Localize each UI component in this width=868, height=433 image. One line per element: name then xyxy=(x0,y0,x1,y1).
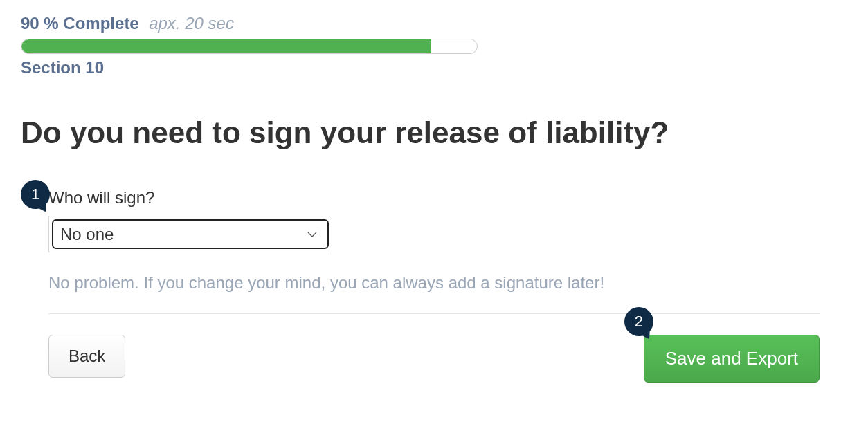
buttons-row: Back 2 Save and Export xyxy=(21,335,847,383)
signer-select-wrapper: No one xyxy=(48,216,332,252)
section-label: Section 10 xyxy=(21,58,847,77)
progress-bar xyxy=(21,39,478,54)
callout-badge-2: 2 xyxy=(624,307,653,336)
signer-field-block: 1 Who will sign? No one xyxy=(21,188,847,252)
signer-select[interactable]: No one xyxy=(52,219,329,249)
save-export-button[interactable]: Save and Export xyxy=(644,335,820,383)
back-button[interactable]: Back xyxy=(48,335,125,378)
hint-text: No problem. If you change your mind, you… xyxy=(21,273,847,293)
callout-badge-1: 1 xyxy=(21,180,50,209)
signer-field-label: Who will sign? xyxy=(48,188,847,208)
progress-percent-label: 90 % Complete xyxy=(21,14,139,33)
progress-bar-fill xyxy=(21,39,431,53)
progress-header: 90 % Complete apx. 20 sec Section 10 xyxy=(21,14,847,77)
question-title: Do you need to sign your release of liab… xyxy=(21,116,847,150)
progress-time-label: apx. 20 sec xyxy=(149,14,234,33)
divider xyxy=(48,313,820,314)
save-button-wrapper: 2 Save and Export xyxy=(644,335,820,383)
